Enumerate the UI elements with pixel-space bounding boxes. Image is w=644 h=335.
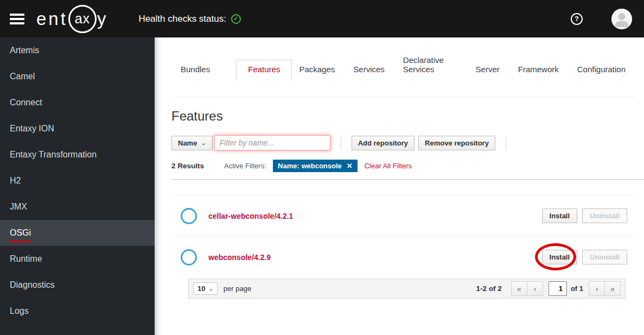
sidebar-item-diagnostics[interactable]: Diagnostics bbox=[0, 272, 155, 298]
logo-circle: ax bbox=[68, 5, 97, 33]
user-silhouette-icon bbox=[611, 9, 632, 29]
sidebar: Artemis Camel Connect Entaxy ION Entaxy … bbox=[0, 37, 155, 335]
sidebar-item-logs[interactable]: Logs bbox=[0, 298, 155, 324]
sidebar-item-connect[interactable]: Connect bbox=[0, 90, 155, 116]
sidebar-item-artemis[interactable]: Artemis bbox=[0, 37, 155, 64]
per-page-label: per page bbox=[224, 285, 251, 293]
last-page-button[interactable]: » bbox=[604, 281, 621, 296]
uninstall-button: Uninstall bbox=[582, 250, 627, 264]
filter-toolbar: Name ⌄ Add repository Remove repository bbox=[171, 135, 644, 150]
tabs-divider bbox=[171, 97, 635, 97]
sidebar-item-runtime[interactable]: Runtime bbox=[0, 246, 155, 272]
feature-status-circle-icon bbox=[181, 249, 197, 266]
topbar: entaxy Health checks status: ✓ ? bbox=[0, 0, 644, 37]
results-count: 2 Results bbox=[171, 162, 204, 170]
tab-configuration[interactable]: Configuration bbox=[577, 60, 626, 79]
main-content: Bundles Features Packages Services Decla… bbox=[155, 37, 644, 335]
uninstall-button: Uninstall bbox=[582, 208, 627, 223]
filter-chip-name-webconsole[interactable]: Name: webconsole ✕ bbox=[273, 160, 358, 172]
feature-row-cellar-webconsole: cellar-webconsole/4.2.1 Install Uninstal… bbox=[171, 195, 635, 236]
avatar[interactable] bbox=[611, 9, 632, 29]
sidebar-item-camel[interactable]: Camel bbox=[0, 64, 155, 90]
feature-link-webconsole[interactable]: webconsole/4.2.9 bbox=[208, 253, 271, 262]
page-title: Features bbox=[171, 109, 644, 124]
results-range-label: 1-2 of 2 bbox=[476, 285, 502, 293]
health-checks-label: Health checks status: bbox=[138, 14, 226, 24]
health-checks-status: Health checks status: ✓ bbox=[138, 14, 241, 24]
total-pages-label: of 1 bbox=[571, 285, 583, 293]
pagination-bar: 10 ⌄ per page 1-2 of 2 « ‹ of 1 › » bbox=[188, 279, 626, 299]
health-ok-icon[interactable]: ✓ bbox=[231, 14, 241, 24]
install-button[interactable]: Install bbox=[542, 208, 578, 223]
feature-row-webconsole: webconsole/4.2.9 Install Uninstall bbox=[171, 236, 635, 277]
tab-features[interactable]: Features bbox=[236, 60, 292, 81]
previous-page-button[interactable]: ‹ bbox=[527, 281, 543, 296]
toolbar-divider bbox=[341, 136, 341, 150]
feature-status-circle-icon bbox=[181, 208, 197, 224]
tab-server[interactable]: Server bbox=[476, 60, 500, 79]
chevron-down-icon: ⌄ bbox=[208, 286, 213, 292]
clear-all-filters-link[interactable]: Clear All Filters bbox=[365, 162, 412, 170]
active-filters-label: Active Filters: bbox=[224, 162, 266, 170]
tab-framework[interactable]: Framework bbox=[518, 60, 559, 79]
tab-bar: Bundles Features Packages Services Decla… bbox=[181, 51, 644, 79]
remove-repository-button[interactable]: Remove repository bbox=[418, 136, 495, 150]
toolbar-divider bbox=[506, 136, 506, 150]
features-list: cellar-webconsole/4.2.1 Install Uninstal… bbox=[171, 195, 635, 299]
help-icon[interactable]: ? bbox=[571, 13, 583, 25]
chevron-down-icon: ⌄ bbox=[201, 140, 206, 147]
logo-text-right: y bbox=[97, 10, 109, 28]
current-page-input[interactable] bbox=[549, 281, 567, 296]
logo-text-left: ent bbox=[36, 10, 68, 28]
chip-close-icon[interactable]: ✕ bbox=[347, 162, 353, 170]
per-page-select[interactable]: 10 ⌄ bbox=[193, 282, 218, 295]
tab-declarative-services[interactable]: Declarative Services bbox=[403, 51, 457, 79]
install-button[interactable]: Install bbox=[542, 250, 578, 264]
sidebar-item-jmx[interactable]: JMX bbox=[0, 194, 155, 220]
tab-packages[interactable]: Packages bbox=[299, 60, 335, 79]
next-page-button[interactable]: › bbox=[589, 281, 605, 296]
tab-services[interactable]: Services bbox=[353, 60, 385, 79]
filter-by-name-input[interactable] bbox=[214, 135, 330, 150]
first-page-button[interactable]: « bbox=[511, 281, 527, 296]
add-repository-button[interactable]: Add repository bbox=[352, 136, 415, 150]
entaxy-logo: entaxy bbox=[36, 5, 108, 33]
active-filters-row: 2 Results Active Filters: Name: webconso… bbox=[171, 160, 644, 180]
hamburger-menu-icon[interactable] bbox=[10, 14, 24, 24]
filter-field-selector[interactable]: Name ⌄ bbox=[171, 136, 213, 150]
sidebar-item-entaxy-transformation[interactable]: Entaxy Transformation bbox=[0, 142, 155, 168]
tab-bundles[interactable]: Bundles bbox=[181, 60, 210, 79]
sidebar-item-h2[interactable]: H2 bbox=[0, 168, 155, 194]
feature-link-cellar-webconsole[interactable]: cellar-webconsole/4.2.1 bbox=[208, 212, 293, 220]
sidebar-item-entaxy-ion[interactable]: Entaxy ION bbox=[0, 116, 155, 142]
sidebar-item-osgi[interactable]: OSGi bbox=[0, 220, 155, 246]
